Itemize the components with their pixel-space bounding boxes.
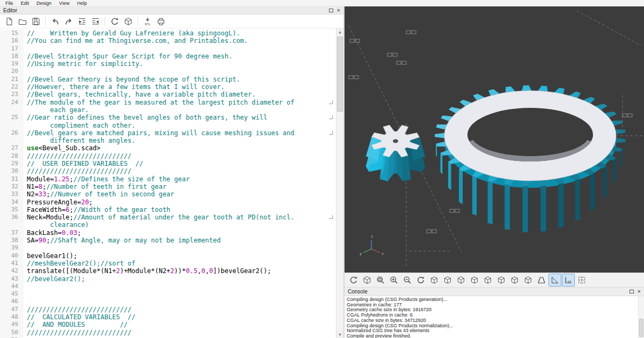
code-line[interactable]: 39 — [0, 244, 343, 252]
code-line[interactable]: 41//meshBevelGear2();//sort of — [0, 260, 343, 267]
code-line[interactable]: 32N1=8;//Number of teeth in first gear — [0, 183, 343, 190]
code-text: //Bevel gears are matched pairs, mixing … — [27, 129, 295, 137]
menu-view[interactable]: View — [55, 1, 73, 6]
code-line[interactable]: 48// CALCULATED VARIABLES // — [0, 313, 343, 321]
view-render-button[interactable] — [361, 274, 374, 286]
undock-editor-button[interactable] — [329, 9, 333, 12]
orthogonal-button[interactable] — [548, 274, 561, 286]
code-text: // CALCULATED VARIABLES // — [27, 313, 135, 321]
code-line[interactable]: 29// USER DEFINED VARIABLES // — [0, 160, 343, 167]
code-line[interactable]: 23//Bevel gears, technically, have a var… — [0, 91, 343, 98]
unindent-button[interactable] — [89, 16, 101, 27]
crosshair-button[interactable] — [575, 274, 588, 286]
view-preview-button[interactable] — [347, 274, 360, 286]
code-line[interactable]: 25//Gear ratio defines the bevel angles … — [0, 114, 343, 121]
code-line[interactable]: 33N2=33;//Numver of teeth in second gear — [0, 190, 343, 198]
view-front-button[interactable] — [481, 274, 494, 286]
code-line[interactable]: 21//Bevel Gear theory is beyond the scop… — [0, 76, 343, 83]
zoom-in-button[interactable] — [387, 274, 400, 286]
open-file-button[interactable] — [16, 16, 28, 27]
view-bottom-button[interactable] — [455, 274, 467, 286]
code-line[interactable]: 46 — [0, 298, 343, 305]
code-line[interactable]: different mesh angles. — [0, 137, 343, 144]
code-line[interactable]: 37BackLash=0.03; — [0, 229, 343, 237]
code-line[interactable]: 49// AND MODULES // — [0, 321, 343, 328]
right-pane: 2010xyz 10 Console × Compiling design (C… — [345, 6, 644, 338]
code-line[interactable]: 35FaceWidth=6;//Width of the gear tooth — [0, 206, 343, 214]
undo-button[interactable] — [49, 16, 61, 27]
code-line[interactable]: 40bevelGear1(); — [0, 252, 343, 260]
code-line[interactable]: 28/////////////////////////// — [0, 152, 343, 160]
code-line[interactable]: 42translate([(Module*(N1+2)+Module*(N2+2… — [0, 267, 343, 275]
code-line[interactable]: 45 — [0, 290, 343, 298]
code-text: //Bevel Gear theory is beyond the scope … — [27, 76, 240, 83]
code-editor[interactable]: 15// Written by Gerald Guy Lafreniere (a… — [0, 28, 343, 338]
view-left-button[interactable] — [468, 274, 481, 286]
code-line[interactable]: 43//bevelGear2(); — [0, 275, 343, 283]
code-line[interactable]: 15// Written by Gerald Guy Lafreniere (a… — [0, 30, 343, 37]
code-line[interactable]: 31Module=1.25;//Defines the size of the … — [0, 175, 343, 183]
toolbar-separator — [105, 17, 105, 26]
code-line[interactable]: 50/////////////////////////// — [0, 329, 343, 336]
code-line[interactable]: 26//Bevel gears are matched pairs, mixin… — [0, 129, 343, 137]
3d-scene[interactable]: 2010xyz — [345, 6, 644, 273]
zoom-out-button[interactable] — [401, 274, 414, 286]
code-line[interactable]: 34PressureAngle=20; — [0, 199, 343, 206]
scale-markers-button[interactable]: 10 — [562, 274, 575, 286]
save-button[interactable] — [30, 16, 42, 27]
code-line[interactable]: 18//Bevel Straight Spur Gear Script for … — [0, 53, 343, 60]
export-stl-button[interactable]: STL — [141, 16, 153, 27]
perspective-button[interactable] — [535, 274, 548, 286]
scroll-down-button[interactable]: ▼ — [336, 331, 343, 338]
menu-file[interactable]: File — [2, 1, 17, 6]
line-number: 36 — [0, 214, 24, 221]
code-line[interactable]: 36Neck=Module;//Amount of material under… — [0, 214, 343, 221]
menu-help[interactable]: Help — [73, 1, 91, 6]
view-top-button[interactable] — [441, 274, 454, 286]
view-right-button[interactable] — [428, 274, 441, 286]
code-line[interactable]: 19//Using metric for simplicity. — [0, 60, 343, 68]
menu-edit[interactable]: Edit — [17, 1, 33, 6]
code-line[interactable]: each gear. — [0, 106, 343, 114]
new-file-icon — [5, 17, 13, 26]
close-editor-button[interactable]: × — [337, 8, 340, 13]
code-line[interactable]: clearance) — [0, 221, 343, 229]
line-number: 17 — [0, 45, 24, 53]
code-line[interactable]: 47/////////////////////////// — [0, 306, 343, 313]
render-button[interactable] — [122, 16, 134, 27]
console-scrollbar-thumb[interactable] — [639, 319, 643, 337]
close-console-button[interactable]: × — [638, 289, 641, 295]
code-line[interactable]: 16//You can find me at Thingiverse.com, … — [0, 37, 343, 45]
view-center-button[interactable] — [522, 274, 535, 286]
3d-viewport[interactable]: 2010xyz — [345, 6, 644, 273]
editor-scrollbar-thumb[interactable] — [337, 36, 343, 112]
reset-view-button[interactable] — [414, 274, 427, 286]
menu-design[interactable]: Design — [33, 1, 55, 6]
code-line[interactable]: 44 — [0, 283, 343, 290]
code-line[interactable]: 38SA=90;//Shaft Angle, may or may not be… — [0, 237, 343, 244]
zoom-all-button[interactable] — [374, 274, 387, 286]
new-file-button[interactable] — [3, 16, 15, 27]
code-text: /////////////////////////// — [27, 152, 131, 160]
code-line[interactable]: 20 — [0, 68, 343, 75]
editor-scrollbar[interactable]: ▲ ▼ — [336, 28, 343, 338]
redo-button[interactable] — [62, 16, 75, 27]
line-wrap-marker — [329, 115, 333, 119]
undock-console-button[interactable] — [630, 290, 634, 293]
console-scrollbar[interactable] — [638, 296, 644, 338]
print-model-button[interactable] — [155, 16, 167, 27]
scroll-up-button[interactable]: ▲ — [336, 28, 343, 35]
undo-icon — [51, 17, 60, 26]
code-line[interactable]: compliment each other. — [0, 122, 343, 129]
code-line[interactable]: 17 — [0, 45, 343, 53]
code-line[interactable]: 27use<Bevel_Sub.scad> — [0, 144, 343, 152]
small-bevel-gear — [366, 125, 426, 181]
view-diagonal-button[interactable] — [508, 274, 521, 286]
code-text: //bevelGear2(); — [27, 275, 85, 283]
preview-button[interactable] — [108, 16, 121, 27]
indent-button[interactable] — [76, 16, 88, 27]
view-back-button[interactable] — [495, 274, 508, 286]
code-line[interactable]: 24//The module of the gear is measured a… — [0, 99, 343, 106]
code-line[interactable]: 22//However, there are a few items that … — [0, 83, 343, 91]
code-line[interactable]: 30/////////////////////////// — [0, 167, 343, 175]
